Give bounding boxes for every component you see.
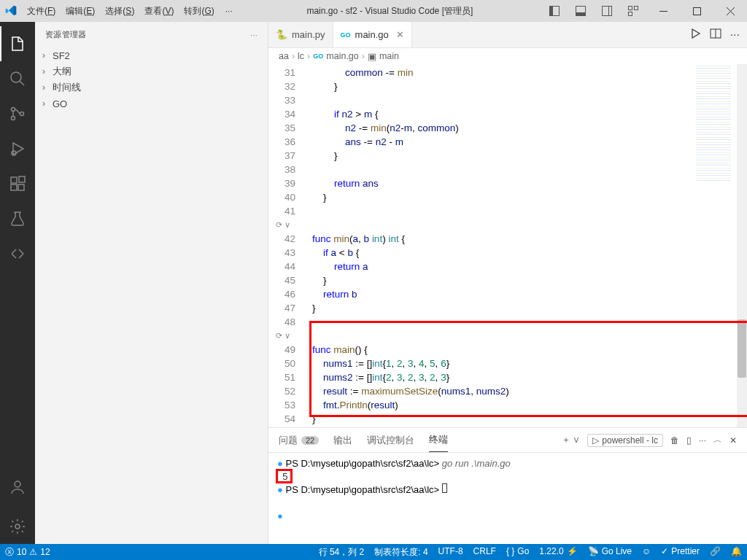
terminal-output: 5 — [282, 471, 287, 482]
status-feedback-icon[interactable]: ☺ — [637, 546, 656, 556]
layout-panel-right-icon[interactable] — [594, 0, 620, 22]
sidebar-more-icon[interactable]: ··· — [250, 31, 258, 39]
svg-point-22 — [15, 524, 20, 529]
testing-icon[interactable] — [0, 201, 35, 236]
scrollbar[interactable] — [737, 64, 747, 427]
breadcrumb[interactable]: aa› lc› GOmain.go› ▣main — [268, 48, 747, 64]
run-file-icon[interactable] — [689, 28, 701, 42]
tab-main-go[interactable]: GO main.go ✕ — [333, 22, 412, 47]
explorer-icon[interactable] — [0, 26, 35, 61]
accounts-icon[interactable] — [0, 470, 35, 505]
activitybar — [0, 22, 35, 544]
symbol-icon: ▣ — [368, 51, 376, 62]
search-icon[interactable] — [0, 61, 35, 96]
svg-point-14 — [12, 117, 15, 120]
layout-panel-left-icon[interactable] — [541, 0, 568, 22]
settings-gear-icon[interactable] — [0, 509, 35, 544]
panel-more-icon[interactable]: ··· — [699, 435, 706, 446]
status-eol[interactable]: CRLF — [468, 546, 501, 556]
minimap[interactable] — [696, 66, 731, 182]
layout-panel-bottom-icon[interactable] — [568, 0, 594, 22]
panel-tab-debug[interactable]: 调试控制台 — [367, 428, 414, 452]
warning-icon: ⚠ — [29, 547, 37, 557]
svg-rect-2 — [550, 7, 553, 16]
menu-goto[interactable]: 转到(G) — [179, 5, 219, 18]
svg-rect-11 — [693, 7, 700, 15]
panel-tab-problems[interactable]: 问题22 — [279, 428, 319, 452]
window-maximize-icon[interactable] — [680, 0, 713, 22]
source-control-icon[interactable] — [0, 96, 35, 131]
status-lang[interactable]: { }Go — [501, 546, 534, 556]
svg-point-21 — [15, 481, 20, 487]
tree-item-sf2[interactable]: ›SF2 — [35, 47, 268, 63]
lightning-icon: ⚡ — [567, 546, 578, 556]
explorer-sidebar: 资源管理器 ··· ›SF2 ›大纲 ›时间线 ›GO — [35, 22, 268, 544]
status-cursor[interactable]: 行 54，列 2 — [314, 546, 370, 559]
svg-point-13 — [12, 108, 15, 112]
menu-edit[interactable]: 编辑(E) — [61, 5, 100, 18]
svg-rect-8 — [635, 7, 638, 10]
svg-rect-4 — [576, 13, 586, 16]
tab-main-py[interactable]: 🐍 main.py — [268, 22, 333, 47]
menu-file[interactable]: 文件(F) — [22, 5, 61, 18]
status-go-version[interactable]: 1.22.0⚡ — [534, 546, 582, 556]
status-go-live[interactable]: 📡Go Live — [583, 546, 637, 556]
menu-view[interactable]: 查看(V) — [139, 5, 179, 18]
editor-area: 🐍 main.py GO main.go ✕ ··· aa› lc› GOmai… — [268, 22, 747, 544]
titlebar: 文件(F) 编辑(E) 选择(S) 查看(V) 转到(G) ··· main.g… — [0, 0, 747, 22]
svg-rect-20 — [19, 176, 25, 182]
layout-customize-icon[interactable] — [620, 0, 646, 22]
tabs-row: 🐍 main.py GO main.go ✕ ··· — [268, 22, 747, 48]
check-icon: ✓ — [661, 546, 668, 556]
split-editor-icon[interactable] — [710, 28, 721, 42]
python-icon: 🐍 — [276, 29, 287, 40]
status-link-icon[interactable]: 🔗 — [705, 546, 726, 556]
svg-rect-9 — [629, 12, 632, 16]
svg-point-12 — [11, 72, 21, 82]
error-icon: ⓧ — [5, 546, 14, 559]
status-indent[interactable]: 制表符长度: 4 — [369, 546, 433, 559]
remote-icon[interactable] — [0, 236, 35, 271]
tab-close-icon[interactable]: ✕ — [396, 29, 404, 40]
codelens-icon[interactable]: ⟳ ∨ — [268, 218, 290, 232]
extensions-icon[interactable] — [0, 166, 35, 201]
svg-rect-18 — [11, 184, 17, 190]
window-title: main.go - sf2 - Visual Studio Code [管理员] — [239, 5, 541, 18]
svg-rect-10 — [659, 11, 667, 12]
go-icon: GO — [313, 52, 323, 60]
status-prettier[interactable]: ✓Prettier — [656, 546, 705, 556]
window-close-icon[interactable] — [713, 0, 747, 22]
run-debug-icon[interactable] — [0, 131, 35, 166]
terminal-dropdown[interactable]: ▷powershell - lc — [587, 434, 663, 447]
go-icon: GO — [341, 31, 351, 39]
panel-close-icon[interactable]: ✕ — [729, 435, 737, 446]
svg-point-15 — [20, 112, 24, 116]
panel-chevron-up-icon[interactable]: ︿ — [713, 434, 722, 446]
sidebar-title: 资源管理器 — [45, 29, 250, 40]
svg-rect-17 — [11, 177, 17, 183]
code-editor[interactable]: 3132333435363738394041 42434445464748 49… — [268, 64, 747, 427]
codelens-icon[interactable]: ⟳ ∨ — [268, 329, 290, 343]
tree-item-timeline[interactable]: ›时间线 — [35, 79, 268, 96]
status-errors[interactable]: ⓧ10⚠12 — [0, 544, 55, 560]
new-terminal-icon[interactable]: ＋ ∨ — [562, 434, 580, 446]
menu-overflow[interactable]: ··· — [220, 6, 239, 16]
panel-tab-terminal[interactable]: 终端 — [429, 428, 448, 452]
vscode-icon — [0, 5, 22, 17]
svg-rect-5 — [603, 7, 612, 16]
statusbar: ⓧ10⚠12 行 54，列 2 制表符长度: 4 UTF-8 CRLF { }G… — [0, 544, 747, 560]
status-encoding[interactable]: UTF-8 — [433, 546, 468, 556]
window-minimize-icon[interactable] — [646, 0, 680, 22]
broadcast-icon: 📡 — [588, 546, 599, 556]
svg-rect-7 — [629, 7, 632, 10]
kill-terminal-icon[interactable]: 🗑 — [670, 435, 679, 446]
status-bell-icon[interactable]: 🔔 — [726, 546, 747, 556]
panel-tab-output[interactable]: 输出 — [333, 428, 352, 452]
tree-item-go[interactable]: ›GO — [35, 96, 268, 112]
split-terminal-icon[interactable]: ▯ — [686, 435, 692, 446]
editor-more-icon[interactable]: ··· — [730, 28, 740, 42]
menu-select[interactable]: 选择(S) — [100, 5, 139, 18]
tree-item-outline[interactable]: ›大纲 — [35, 63, 268, 79]
svg-rect-19 — [18, 184, 24, 190]
terminal[interactable]: ● PS D:\mysetup\gopath\src\sf2\aa\lc> go… — [268, 453, 747, 544]
